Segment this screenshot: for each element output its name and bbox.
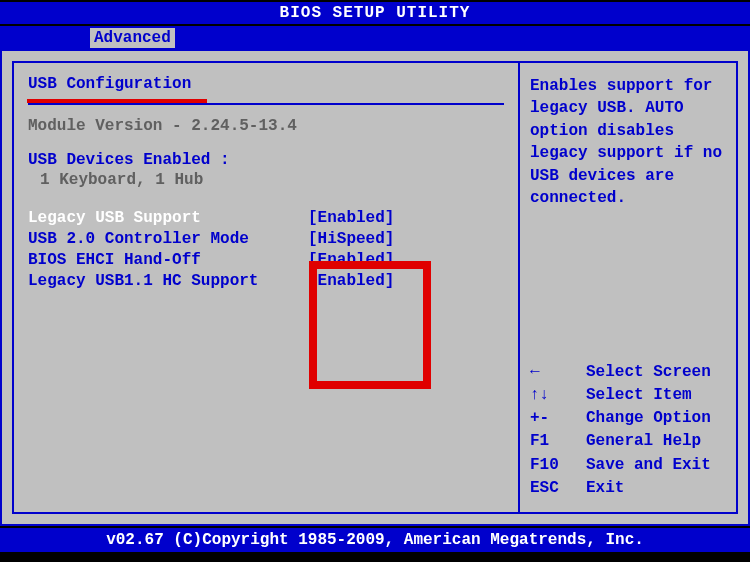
left-panel: USB Configuration Module Version - 2.24.… <box>12 61 520 514</box>
title-bar: BIOS SETUP UTILITY <box>0 0 750 26</box>
option-value: [Enabled] <box>308 209 394 227</box>
nav-action: Exit <box>586 477 624 500</box>
option-label: Legacy USB1.1 HC Support <box>28 272 308 290</box>
nav-action: Change Option <box>586 407 711 430</box>
annotation-underline <box>27 99 207 103</box>
nav-action: Select Screen <box>586 361 711 384</box>
nav-key: ↑↓ <box>530 384 586 407</box>
nav-key: ← <box>530 361 586 384</box>
nav-keys: ← Select Screen ↑↓ Select Item +- Change… <box>530 361 726 500</box>
section-title: USB Configuration <box>28 75 191 93</box>
option-value: [Enabled] <box>308 251 394 269</box>
option-label: USB 2.0 Controller Mode <box>28 230 308 248</box>
footer: v02.67 (C)Copyright 1985-2009, American … <box>0 526 750 552</box>
right-panel: Enables support for legacy USB. AUTO opt… <box>520 61 738 514</box>
option-label: BIOS EHCI Hand-Off <box>28 251 308 269</box>
nav-action: General Help <box>586 430 701 453</box>
nav-action: Save and Exit <box>586 454 711 477</box>
help-text: Enables support for legacy USB. AUTO opt… <box>530 75 726 209</box>
nav-change-option: +- Change Option <box>530 407 726 430</box>
usb-devices-value: 1 Keyboard, 1 Hub <box>28 171 504 189</box>
nav-key: +- <box>530 407 586 430</box>
usb-devices-label: USB Devices Enabled : <box>28 151 504 169</box>
nav-general-help: F1 General Help <box>530 430 726 453</box>
nav-key: F10 <box>530 454 586 477</box>
option-legacy-usb11-hc-support[interactable]: Legacy USB1.1 HC Support [Enabled] <box>28 272 504 290</box>
option-value: [HiSpeed] <box>308 230 394 248</box>
nav-exit: ESC Exit <box>530 477 726 500</box>
copyright: v02.67 (C)Copyright 1985-2009, American … <box>106 531 644 549</box>
nav-action: Select Item <box>586 384 692 407</box>
module-version: Module Version - 2.24.5-13.4 <box>28 117 504 135</box>
nav-save-exit: F10 Save and Exit <box>530 454 726 477</box>
tab-advanced[interactable]: Advanced <box>90 28 175 48</box>
menu-bar: Advanced <box>0 26 750 48</box>
divider <box>28 103 504 105</box>
option-value: [Enabled] <box>308 272 394 290</box>
nav-key: ESC <box>530 477 586 500</box>
nav-select-screen: ← Select Screen <box>530 361 726 384</box>
option-legacy-usb-support[interactable]: Legacy USB Support [Enabled] <box>28 209 504 227</box>
main-area: USB Configuration Module Version - 2.24.… <box>0 48 750 526</box>
option-label: Legacy USB Support <box>28 209 308 227</box>
option-usb20-controller-mode[interactable]: USB 2.0 Controller Mode [HiSpeed] <box>28 230 504 248</box>
nav-key: F1 <box>530 430 586 453</box>
nav-select-item: ↑↓ Select Item <box>530 384 726 407</box>
app-title: BIOS SETUP UTILITY <box>280 4 471 22</box>
option-bios-ehci-handoff[interactable]: BIOS EHCI Hand-Off [Enabled] <box>28 251 504 269</box>
